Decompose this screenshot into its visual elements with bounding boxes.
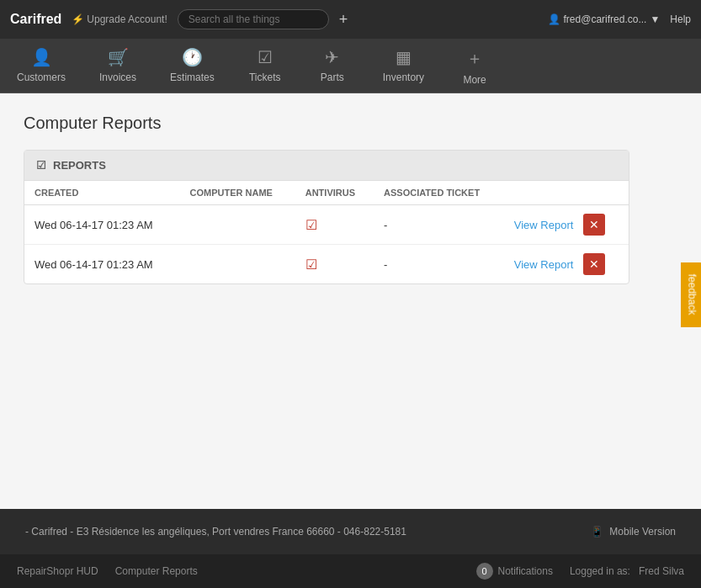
nav-label-more: More xyxy=(463,74,486,86)
cell-created: Wed 06-14-17 01:23 AM xyxy=(24,245,180,284)
main-content: Computer Reports ☑ REPORTS CREATED COMPU… xyxy=(0,93,701,509)
repairshopr-link[interactable]: RepairShopr HUD xyxy=(17,565,98,577)
upgrade-label: Upgrade Account! xyxy=(87,13,167,25)
delete-report-button[interactable]: ✕ xyxy=(583,253,605,275)
page-title: Computer Reports xyxy=(24,114,677,133)
table-row: Wed 06-14-17 01:23 AM ☑ - View Report ✕ xyxy=(24,205,629,245)
logged-in-username: Fred Silva xyxy=(639,565,684,577)
cell-actions: View Report ✕ xyxy=(504,245,629,284)
user-icon: 👤 xyxy=(548,13,560,25)
add-button[interactable]: + xyxy=(339,11,348,29)
notifications-label: Notifications xyxy=(498,565,553,577)
nav-label-estimates: Estimates xyxy=(170,72,215,83)
search-input[interactable] xyxy=(178,9,329,29)
nav-label-invoices: Invoices xyxy=(99,72,136,83)
feedback-tab[interactable]: feedback xyxy=(682,262,701,326)
reports-panel: ☑ REPORTS CREATED COMPUTER NAME ANTIVIRU… xyxy=(24,150,629,284)
invoices-icon: 🛒 xyxy=(108,47,129,67)
notifications-count: 0 xyxy=(476,563,493,580)
parts-icon: ✈ xyxy=(325,47,339,67)
top-navigation: Carifred ⚡ Upgrade Account! + 👤 fred@car… xyxy=(0,0,701,39)
cell-antivirus: ☑ xyxy=(295,205,374,245)
cell-actions: View Report ✕ xyxy=(504,205,629,245)
col-actions xyxy=(504,181,629,205)
view-report-link[interactable]: View Report xyxy=(514,258,574,271)
antivirus-check-icon: ☑ xyxy=(305,218,317,232)
reports-check-icon: ☑ xyxy=(36,159,46,172)
antivirus-check-icon: ☑ xyxy=(305,257,317,272)
nav-item-invoices[interactable]: 🛒 Invoices xyxy=(82,39,153,93)
estimates-icon: 🕐 xyxy=(182,47,203,67)
cell-associated-ticket: - xyxy=(374,205,504,245)
secondary-navigation: 👤 Customers 🛒 Invoices 🕐 Estimates ☑ Tic… xyxy=(0,39,701,93)
help-link[interactable]: Help xyxy=(670,13,691,25)
mobile-version-link[interactable]: 📱 Mobile Version xyxy=(591,526,676,538)
cell-antivirus: ☑ xyxy=(295,245,374,284)
table-row: Wed 06-14-17 01:23 AM ☑ - View Report ✕ xyxy=(24,245,629,284)
cell-computer-name xyxy=(180,205,295,245)
logged-in-label: Logged in as: Fred Silva xyxy=(570,565,684,577)
bolt-icon: ⚡ xyxy=(72,13,84,25)
col-computer-name: COMPUTER NAME xyxy=(180,181,295,205)
col-antivirus: ANTIVIRUS xyxy=(295,181,374,205)
more-icon: ＋ xyxy=(466,47,483,70)
nav-item-parts[interactable]: ✈ Parts xyxy=(299,39,366,93)
brand-logo: Carifred xyxy=(10,12,61,27)
user-menu[interactable]: 👤 fred@carifred.co... ▼ xyxy=(548,13,661,25)
inventory-icon: ▦ xyxy=(396,47,412,67)
nav-label-tickets: Tickets xyxy=(249,72,281,83)
notifications-area: 0 Notifications xyxy=(476,563,553,580)
dropdown-icon: ▼ xyxy=(650,13,660,25)
cell-created: Wed 06-14-17 01:23 AM xyxy=(24,205,180,245)
footer-bottom: RepairShopr HUD Computer Reports 0 Notif… xyxy=(0,554,701,588)
nav-item-customers[interactable]: 👤 Customers xyxy=(0,39,82,93)
col-created: CREATED xyxy=(24,181,180,205)
tickets-icon: ☑ xyxy=(258,47,273,67)
phone-icon: 📱 xyxy=(591,526,603,538)
nav-label-parts: Parts xyxy=(321,72,344,83)
cell-associated-ticket: - xyxy=(374,245,504,284)
nav-label-customers: Customers xyxy=(17,72,66,83)
reports-header: ☑ REPORTS xyxy=(24,151,629,181)
customers-icon: 👤 xyxy=(31,47,52,67)
nav-item-tickets[interactable]: ☑ Tickets xyxy=(231,39,299,93)
nav-label-inventory: Inventory xyxy=(383,72,424,83)
cell-computer-name xyxy=(180,245,295,284)
col-associated-ticket: ASSOCIATED TICKET xyxy=(374,181,504,205)
reports-table: CREATED COMPUTER NAME ANTIVIRUS ASSOCIAT… xyxy=(24,181,629,283)
reports-panel-label: REPORTS xyxy=(53,159,106,172)
footer-main: - Carifred - E3 Résidence les angéliques… xyxy=(0,509,701,554)
footer-address: - Carifred - E3 Résidence les angéliques… xyxy=(25,526,406,538)
nav-item-inventory[interactable]: ▦ Inventory xyxy=(366,39,441,93)
view-report-link[interactable]: View Report xyxy=(514,219,574,231)
delete-report-button[interactable]: ✕ xyxy=(583,214,605,236)
upgrade-link[interactable]: ⚡ Upgrade Account! xyxy=(72,13,167,25)
nav-item-more[interactable]: ＋ More xyxy=(441,39,508,93)
nav-item-estimates[interactable]: 🕐 Estimates xyxy=(153,39,231,93)
mobile-version-label: Mobile Version xyxy=(609,526,676,538)
computer-reports-link[interactable]: Computer Reports xyxy=(115,565,198,577)
user-email: fred@carifred.co... xyxy=(564,13,647,25)
